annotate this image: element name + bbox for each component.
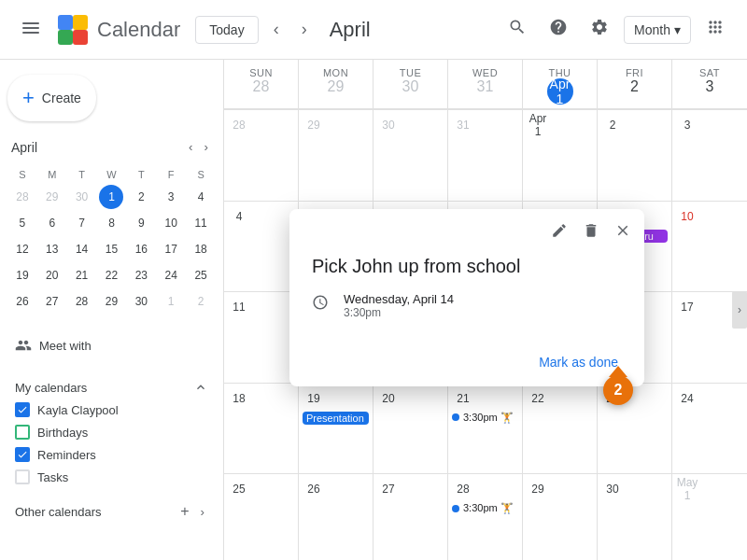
mini-cal-day[interactable]: 19 xyxy=(10,263,35,287)
mini-cal-day[interactable]: 4 xyxy=(189,185,213,209)
cal-cell[interactable]: 24 xyxy=(672,384,747,474)
edit-event-button[interactable] xyxy=(545,217,573,248)
mini-cal-day[interactable]: 10 xyxy=(159,211,183,235)
cal-cell[interactable]: 30 xyxy=(598,474,672,560)
cal-cell[interactable]: 27 xyxy=(374,474,448,560)
mini-cal-day[interactable]: 15 xyxy=(99,237,123,261)
mini-cal-day[interactable]: 29 xyxy=(40,185,64,209)
mini-cal-day[interactable]: 29 xyxy=(99,289,123,314)
mini-cal-day[interactable]: 13 xyxy=(40,237,64,261)
cal-cell[interactable]: 4 xyxy=(224,202,299,292)
cal-cell[interactable]: May 1 xyxy=(672,474,747,560)
mini-cal-day[interactable]: 28 xyxy=(10,185,35,209)
mini-cal-day[interactable]: 11 xyxy=(189,211,213,235)
mini-cal-day[interactable]: 25 xyxy=(189,263,213,287)
mini-cal-day[interactable]: 18 xyxy=(189,237,213,261)
cal-cell[interactable]: 28 xyxy=(224,110,299,201)
create-button[interactable]: + Create xyxy=(7,75,96,121)
cal-cell[interactable]: 29 xyxy=(299,110,374,201)
mini-cal-day[interactable]: 30 xyxy=(70,185,94,209)
mini-cal-day[interactable]: 23 xyxy=(129,263,153,287)
cal-cell[interactable]: 2 xyxy=(598,110,672,201)
mini-cal-day[interactable]: 12 xyxy=(10,237,35,261)
mini-cal-day[interactable]: 2 xyxy=(189,289,213,314)
calendar-checkbox-tasks[interactable] xyxy=(15,469,30,484)
mini-cal-today[interactable]: 1 xyxy=(99,185,123,209)
mini-cal-day[interactable]: 2 xyxy=(129,185,153,209)
mini-cal-day[interactable]: 21 xyxy=(70,263,94,287)
cal-cell[interactable]: 20 xyxy=(374,384,448,474)
cal-cell[interactable]: 22 xyxy=(523,384,598,474)
calendar-item-kayla[interactable]: Kayla Claypool xyxy=(7,399,216,421)
mini-cal-day[interactable]: 7 xyxy=(70,211,94,235)
sidebar: + Create April ‹ › S M T W T F S xyxy=(0,60,224,560)
close-popup-button[interactable] xyxy=(609,217,637,248)
mini-cal-day[interactable]: 5 xyxy=(10,211,35,235)
next-month-button[interactable]: › xyxy=(294,12,315,47)
mini-cal-day[interactable]: 8 xyxy=(99,211,123,235)
cal-cell[interactable]: 3 xyxy=(672,110,747,201)
event-pill-presentation[interactable]: Presentation xyxy=(303,412,369,425)
my-calendars-header[interactable]: My calendars xyxy=(7,376,216,399)
cal-cell[interactable]: 31 xyxy=(448,110,523,201)
search-button[interactable] xyxy=(500,10,534,49)
calendar-item-tasks[interactable]: Tasks xyxy=(7,466,216,488)
help-button[interactable] xyxy=(542,10,575,49)
mini-cal-day-label: S xyxy=(7,165,37,184)
week-row: 28 29 30 31 Apr 1 2 3 xyxy=(224,110,747,202)
cal-cell-21[interactable]: 21 3:30pm 🏋️ xyxy=(448,384,523,474)
cal-cell[interactable]: 30 xyxy=(374,110,448,201)
mini-cal-day[interactable]: 9 xyxy=(129,211,153,235)
hamburger-menu-button[interactable] xyxy=(15,15,47,44)
apps-button[interactable] xyxy=(698,10,732,49)
event-dot-28[interactable]: 3:30pm 🏋️ xyxy=(452,502,518,514)
prev-month-button[interactable]: ‹ xyxy=(266,12,287,47)
mini-cal-day[interactable]: 27 xyxy=(40,289,64,314)
popup-date: Wednesday, April 14 xyxy=(344,292,454,306)
mini-cal-day[interactable]: 16 xyxy=(129,237,153,261)
mini-cal-day[interactable]: 20 xyxy=(40,263,64,287)
mini-cal-day[interactable]: 17 xyxy=(159,237,183,261)
mini-cal-day[interactable]: 30 xyxy=(129,289,153,314)
mini-cal-day[interactable]: 24 xyxy=(159,263,183,287)
calendar-item-reminders[interactable]: Reminders xyxy=(7,443,216,466)
create-label: Create xyxy=(42,91,81,105)
day-header-sun: SUN 28 xyxy=(224,60,299,109)
mini-cal-next-button[interactable]: › xyxy=(201,136,212,158)
cal-cell-apr1[interactable]: Apr 1 xyxy=(523,110,598,201)
svg-rect-0 xyxy=(22,22,39,24)
calendar-checkbox-reminders[interactable] xyxy=(15,447,30,462)
cal-cell[interactable]: 10 xyxy=(672,202,747,292)
other-calendars-expand-button[interactable]: › xyxy=(197,499,208,524)
cal-cell[interactable]: 25 xyxy=(224,474,299,560)
mini-cal-day[interactable]: 6 xyxy=(40,211,64,235)
cal-cell[interactable]: 26 xyxy=(299,474,374,560)
view-selector-label: Month xyxy=(634,22,670,37)
event-label: 3:30pm 🏋️ xyxy=(463,412,514,424)
delete-event-button[interactable] xyxy=(577,217,605,248)
mini-cal-day[interactable]: 28 xyxy=(70,289,94,314)
popup-event-title: Pick John up from school xyxy=(312,256,622,277)
view-selector-button[interactable]: Month ▾ xyxy=(624,16,691,44)
settings-button[interactable] xyxy=(583,10,616,49)
scroll-button[interactable]: › xyxy=(732,291,747,329)
add-other-calendar-button[interactable]: + xyxy=(176,499,192,524)
mini-cal-day[interactable]: 14 xyxy=(70,237,94,261)
cal-cell-19[interactable]: 19 Presentation xyxy=(299,384,374,474)
mini-cal-day[interactable]: 26 xyxy=(10,289,35,314)
cal-cell-28[interactable]: 28 3:30pm 🏋️ xyxy=(448,474,523,560)
calendar-checkbox-birthdays[interactable] xyxy=(15,425,30,440)
meet-with-button[interactable]: Meet with xyxy=(7,329,216,361)
event-dot-21[interactable]: 3:30pm 🏋️ xyxy=(452,412,518,424)
cal-cell[interactable]: 11 xyxy=(224,292,299,383)
today-button[interactable]: Today xyxy=(195,16,258,44)
calendar-checkbox-kayla[interactable] xyxy=(15,402,30,417)
mini-cal-prev-button[interactable]: ‹ xyxy=(185,136,196,158)
popup-datetime-detail: Wednesday, April 14 3:30pm xyxy=(312,292,622,319)
mini-cal-day[interactable]: 22 xyxy=(99,263,123,287)
cal-cell[interactable]: 18 xyxy=(224,384,299,474)
mini-cal-day[interactable]: 3 xyxy=(159,185,183,209)
cal-cell[interactable]: 29 xyxy=(523,474,598,560)
calendar-item-birthdays[interactable]: Birthdays xyxy=(7,421,216,443)
mini-cal-day[interactable]: 1 xyxy=(159,289,183,314)
